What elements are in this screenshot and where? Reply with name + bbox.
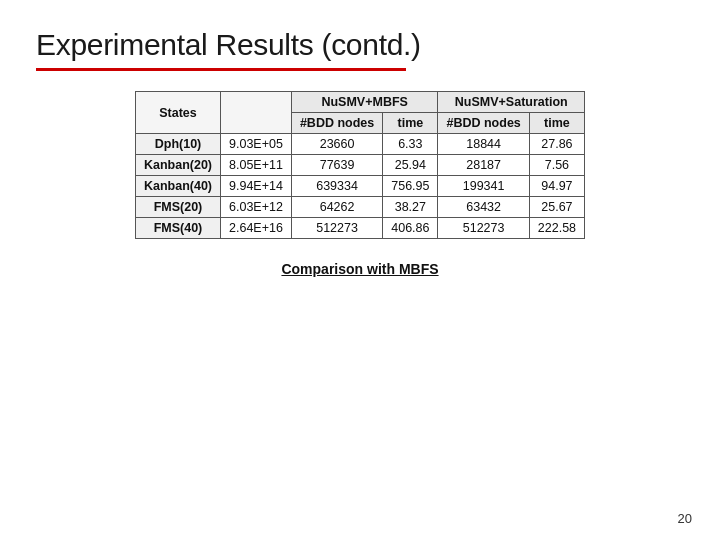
table-cell: 512273 <box>291 218 382 239</box>
states-values-header <box>221 92 292 134</box>
page-number: 20 <box>678 511 692 526</box>
table-cell: 77639 <box>291 155 382 176</box>
table-cell: 63432 <box>438 197 529 218</box>
nusmv-mbfs-header: NuSMV+MBFS <box>291 92 438 113</box>
table-row: Kanban(40)9.94E+14639334756.9519934194.9… <box>135 176 584 197</box>
table-cell: 38.27 <box>383 197 438 218</box>
table-cell: 23660 <box>291 134 382 155</box>
table-cell: 25.94 <box>383 155 438 176</box>
sat-bdd-header: #BDD nodes <box>438 113 529 134</box>
states-header: States <box>135 92 220 134</box>
table-cell: 199341 <box>438 176 529 197</box>
comparison-label: Comparison with MBFS <box>281 261 438 277</box>
mbfs-time-header: time <box>383 113 438 134</box>
mbfs-bdd-header: #BDD nodes <box>291 113 382 134</box>
table-row: Kanban(20)8.05E+117763925.94281877.56 <box>135 155 584 176</box>
table-cell: 6.33 <box>383 134 438 155</box>
table-cell: 25.67 <box>529 197 584 218</box>
table-cell: 639334 <box>291 176 382 197</box>
slide-title: Experimental Results (contd.) <box>36 28 684 62</box>
table-container: States NuSMV+MBFS NuSMV+Saturation #BDD … <box>36 91 684 277</box>
nusmv-saturation-header: NuSMV+Saturation <box>438 92 585 113</box>
table-cell: 7.56 <box>529 155 584 176</box>
table-cell: Kanban(40) <box>135 176 220 197</box>
table-cell: FMS(40) <box>135 218 220 239</box>
table-cell: 64262 <box>291 197 382 218</box>
table-cell: 6.03E+12 <box>221 197 292 218</box>
table-cell: 9.03E+05 <box>221 134 292 155</box>
table-cell: FMS(20) <box>135 197 220 218</box>
table-cell: 28187 <box>438 155 529 176</box>
table-cell: 512273 <box>438 218 529 239</box>
table-cell: 756.95 <box>383 176 438 197</box>
table-cell: 9.94E+14 <box>221 176 292 197</box>
table-cell: 222.58 <box>529 218 584 239</box>
table-cell: 18844 <box>438 134 529 155</box>
table-cell: 8.05E+11 <box>221 155 292 176</box>
table-cell: 2.64E+16 <box>221 218 292 239</box>
results-table: States NuSMV+MBFS NuSMV+Saturation #BDD … <box>135 91 585 239</box>
table-cell: 94.97 <box>529 176 584 197</box>
table-cell: 406.86 <box>383 218 438 239</box>
table-cell: Dph(10) <box>135 134 220 155</box>
table-cell: Kanban(20) <box>135 155 220 176</box>
slide: Experimental Results (contd.) States NuS… <box>0 0 720 540</box>
title-underline <box>36 68 406 71</box>
sat-time-header: time <box>529 113 584 134</box>
table-row: FMS(40)2.64E+16512273406.86512273222.58 <box>135 218 584 239</box>
table-cell: 27.86 <box>529 134 584 155</box>
table-row: Dph(10)9.03E+05236606.331884427.86 <box>135 134 584 155</box>
table-row: FMS(20)6.03E+126426238.276343225.67 <box>135 197 584 218</box>
